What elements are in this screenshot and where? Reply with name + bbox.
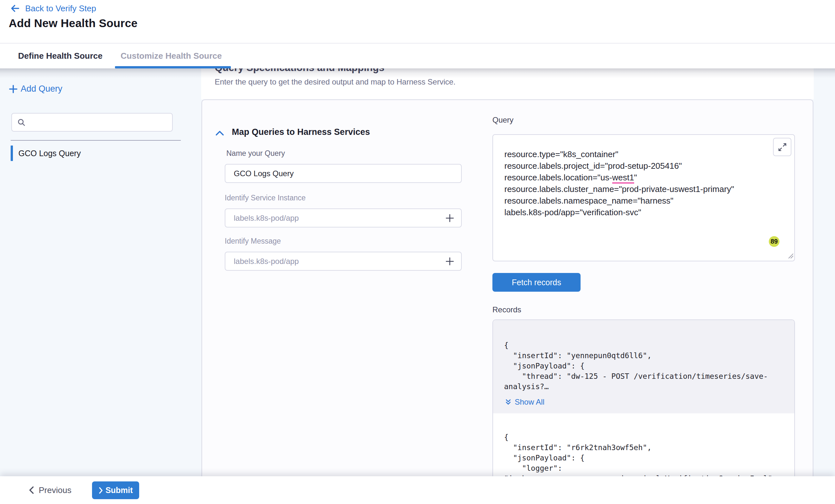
record-line: { [504,432,783,442]
query-line: labels.k8s-pod/app="verification-svc" [504,207,765,218]
service-instance-label: Identify Service Instance [225,194,306,202]
record-block: { "insertId": "r6rk2tnah3owf5eh", "jsonP… [493,413,794,476]
add-query-button[interactable]: Add Query [8,84,62,94]
records-container: { "insertId": "yennepun0qtd6ll6", "jsonP… [492,319,795,476]
sidebar-divider [11,140,181,141]
expand-icon [777,142,787,152]
back-label: Back to Verify Step [25,3,96,14]
section-title: Query Specifications and Mappings [215,68,384,74]
page-header: Back to Verify Step Add New Health Sourc… [0,0,835,44]
tab-define-health-source[interactable]: Define Health Source [17,44,103,68]
service-instance-input[interactable] [234,214,445,223]
service-instance-field [225,208,462,228]
expand-query-button[interactable] [773,138,791,156]
record-json: { "insertId": "r6rk2tnah3owf5eh", "jsonP… [504,432,783,476]
query-text: resource.type="k8s_container"resource.la… [504,148,765,218]
record-block: { "insertId": "yennepun0qtd6ll6", "jsonP… [493,320,794,413]
query-line: resource.labels.project_id="prod-setup-2… [504,160,765,172]
double-chevron-down-icon [505,398,512,405]
query-line: resource.labels.namespace_name="harness" [504,195,765,207]
name-query-input[interactable] [234,169,455,178]
query-list: GCO Logs Query [0,145,181,161]
query-editor[interactable]: resource.type="k8s_container"resource.la… [492,134,795,261]
query-mapping-panel: Map Queries to Harness Services Name you… [202,99,813,476]
record-line: "jsonPayload": { [504,361,783,371]
char-count-badge: 89 [769,236,779,247]
name-query-label: Name your Query [226,149,285,158]
page-title: Add New Health Source [9,17,138,30]
record-line: { [504,340,783,351]
add-health-source-page: Back to Verify Step Add New Health Sourc… [0,0,835,504]
back-link[interactable]: Back to Verify Step [10,3,96,14]
back-arrow-icon [10,3,20,14]
main-content: Add Query GCO Logs Query Query Specifica… [0,68,835,476]
section-subtitle: Enter the query to get the desired outpu… [215,78,455,86]
submit-label: Submit [106,486,133,495]
identify-message-input[interactable] [234,257,445,266]
query-line: resource.labels.cluster_name="prod-priva… [504,183,765,195]
selected-indicator [11,146,13,161]
record-line: "jsonPayload": { [504,453,783,463]
query-search-box[interactable] [11,113,173,132]
collapse-chevron-icon[interactable] [215,130,224,138]
map-queries-heading: Map Queries to Harness Services [232,127,370,137]
add-service-instance-button[interactable] [445,213,455,223]
record-line: "logger": [504,463,783,474]
fetch-records-button[interactable]: Fetch records [492,273,581,292]
search-input[interactable] [30,113,172,131]
query-item-label: GCO Logs Query [18,149,81,158]
identify-message-field [225,252,462,271]
record-line: "thread": "dw-125 - POST /verification/t… [504,371,783,381]
record-line: "io.harness.cvng.core.services.impl.Veri… [504,474,783,476]
add-query-label: Add Query [21,84,62,94]
previous-button[interactable]: Previous [28,476,72,504]
resize-handle[interactable] [787,252,793,260]
records-label: Records [492,305,521,314]
content-column: Query Specifications and Mappings Enter … [201,68,814,476]
spellcheck-underline: west1 [612,173,634,184]
show-all-link[interactable]: Show All [505,398,544,406]
query-sidebar: Add Query GCO Logs Query [0,68,201,476]
chevron-left-icon [28,486,35,494]
record-line: "insertId": "r6rk2tnah3owf5eh", [504,442,783,453]
query-line: resource.labels.location="us-west1" [504,172,765,183]
plus-icon [8,84,18,94]
query-label: Query [492,115,513,125]
name-query-field [225,164,462,183]
tab-customize-health-source[interactable]: Customize Health Source [120,44,223,68]
add-message-button[interactable] [445,256,455,266]
footer-bar: Previous Submit [0,476,835,504]
query-line: resource.type="k8s_container" [504,148,765,160]
record-line: analysis?… [504,381,783,392]
sidebar-query-item[interactable]: GCO Logs Query [0,145,181,161]
previous-label: Previous [39,485,72,495]
submit-button[interactable]: Submit [92,481,139,499]
identify-message-label: Identify Message [225,237,281,246]
tab-bar: Define Health SourceCustomize Health Sou… [0,44,835,68]
record-json: { "insertId": "yennepun0qtd6ll6", "jsonP… [504,340,783,392]
search-icon [17,118,26,127]
chevron-right-icon [99,487,103,494]
record-line: "insertId": "yennepun0qtd6ll6", [504,351,783,361]
